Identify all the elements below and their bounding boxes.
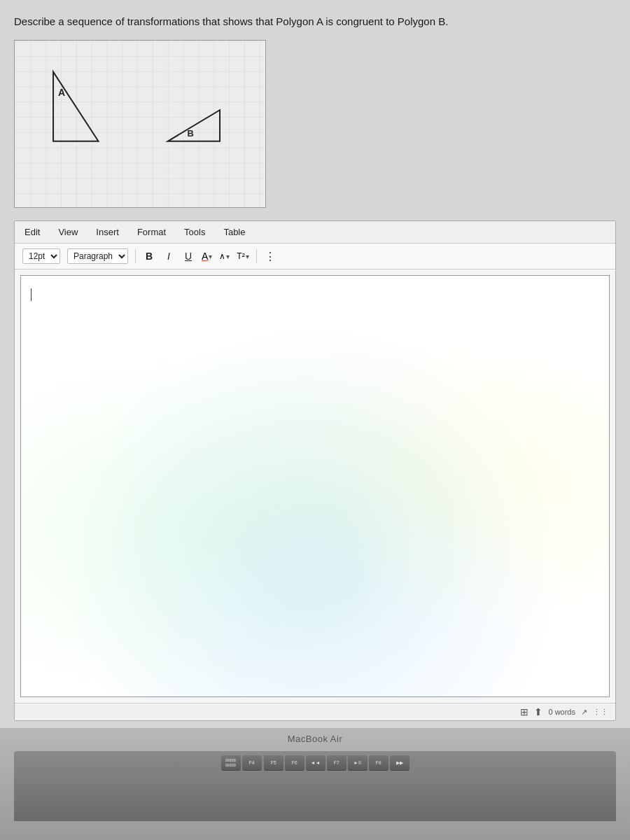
font-size-selector[interactable]: 12pt 10pt 14pt 16pt xyxy=(20,247,62,265)
bold-button[interactable]: B xyxy=(141,249,158,263)
key-f8[interactable]: F8 xyxy=(369,755,388,771)
menu-table[interactable]: Table xyxy=(220,225,248,239)
key-f5[interactable]: F5 xyxy=(264,755,284,771)
font-color-arrow: ▾ xyxy=(209,253,212,260)
key-mission-control[interactable]: ⊞⊞⊞⊞⊞⊞ xyxy=(221,755,241,771)
menu-tools[interactable]: Tools xyxy=(181,225,208,239)
key-fast-forward[interactable]: ▶▶ xyxy=(390,755,410,771)
underline-button[interactable]: U xyxy=(180,249,197,263)
upload-icon: ⬆ xyxy=(534,706,542,718)
app-window: Describe a sequence of transformations t… xyxy=(0,0,630,728)
diagram-svg: A B xyxy=(15,41,265,207)
highlight-arrow: ▾ xyxy=(226,253,230,260)
italic-button[interactable]: I xyxy=(160,249,177,263)
question-text: Describe a sequence of transformations t… xyxy=(14,14,616,29)
status-bar: ⊞ ⬆ 0 words ↗ ⋮⋮ xyxy=(15,703,615,720)
font-color-label: A xyxy=(202,251,208,262)
text-cursor xyxy=(31,288,31,301)
paragraph-select[interactable]: Paragraph Heading 1 Heading 2 xyxy=(67,248,128,264)
svg-text:A: A xyxy=(58,87,65,98)
key-f7[interactable]: F7 xyxy=(327,755,346,771)
separator-1 xyxy=(135,249,136,263)
key-group-fn: ⊞⊞⊞⊞⊞⊞ F4 xyxy=(221,755,262,771)
key-f4[interactable]: F4 xyxy=(242,755,262,771)
key-play-pause[interactable]: ►II xyxy=(348,755,368,771)
keyboard-area: ⊞⊞⊞⊞⊞⊞ F4 F5 F6 ◄◄ F7 ►II F8 ▶▶ xyxy=(14,751,616,821)
menu-bar: Edit View Insert Format Tools Table xyxy=(15,221,615,244)
superscript-label: T² xyxy=(237,251,244,261)
diagram-area: A B xyxy=(14,40,266,208)
editor-container: Edit View Insert Format Tools Table 12pt… xyxy=(14,220,616,721)
grid-icon: ⋮⋮ xyxy=(593,708,608,717)
share-icon: ↗ xyxy=(581,708,587,717)
more-options-button[interactable]: ⋮ xyxy=(262,248,279,265)
text-editor-area[interactable] xyxy=(20,275,610,697)
highlight-label: ∧ xyxy=(219,251,225,261)
superscript-arrow: ▾ xyxy=(246,253,249,260)
menu-edit[interactable]: Edit xyxy=(22,225,43,239)
superscript-selector[interactable]: T² ▾ xyxy=(234,250,251,262)
toolbar: 12pt 10pt 14pt 16pt Paragraph Heading 1 … xyxy=(15,244,615,270)
macbook-label: MacBook Air xyxy=(288,734,342,744)
separator-2 xyxy=(256,249,257,263)
editor-background xyxy=(21,276,609,696)
key-f6[interactable]: F6 xyxy=(285,755,304,771)
menu-insert[interactable]: Insert xyxy=(93,225,122,239)
svg-text:B: B xyxy=(187,128,193,139)
word-count: 0 words xyxy=(548,708,575,716)
macbook-bottom: MacBook Air ⊞⊞⊞⊞⊞⊞ F4 F5 F6 ◄◄ F7 ►II F8… xyxy=(0,728,630,840)
paragraph-style-selector[interactable]: Paragraph Heading 1 Heading 2 xyxy=(65,247,130,265)
highlight-selector[interactable]: ∧ ▾ xyxy=(217,250,232,262)
font-color-selector[interactable]: A ▾ xyxy=(200,249,214,263)
menu-format[interactable]: Format xyxy=(134,225,169,239)
table-icon: ⊞ xyxy=(520,706,528,718)
key-group-media: F5 F6 ◄◄ F7 ►II F8 ▶▶ xyxy=(264,755,410,771)
key-rewind[interactable]: ◄◄ xyxy=(306,755,326,771)
menu-view[interactable]: View xyxy=(55,225,80,239)
font-size-select[interactable]: 12pt 10pt 14pt 16pt xyxy=(22,248,60,264)
